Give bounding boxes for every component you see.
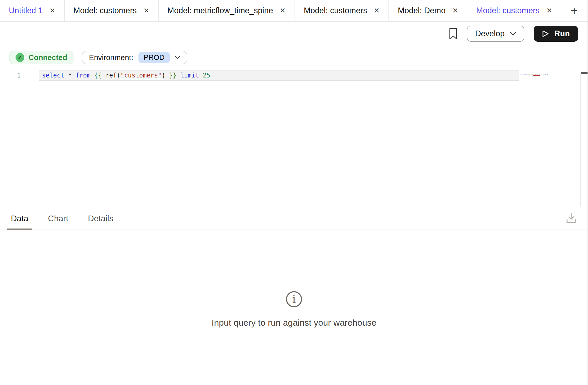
tab-label: Model: metricflow_time_spine [167,6,273,15]
minimap-divider [580,74,581,207]
results-panel: Data Chart Details i Input query to run … [0,207,588,385]
code-editor[interactable]: 1 select * from {{ ref("customers") }} l… [0,70,588,81]
code-line-content: select * from {{ ref("customers") }} lim… [21,70,210,81]
editor-toolbar: Develop Run [0,22,588,46]
environment-value-badge: PROD [138,52,170,63]
tab-untitled-1[interactable]: Untitled 1 ✕ [0,0,65,21]
code-token: }} [169,72,180,79]
minimap-token: from [525,74,528,75]
tab-model-customers-1[interactable]: Model: customers ✕ [65,0,159,21]
close-icon[interactable]: ✕ [546,7,552,14]
code-line-1[interactable]: 1 select * from {{ ref("customers") }} l… [0,70,588,81]
tab-label: Model: customers [304,6,367,15]
develop-button-label: Develop [475,29,505,38]
code-token: ) [161,72,169,79]
ide-window: Untitled 1 ✕ Model: customers ✕ Model: m… [0,0,588,385]
code-token-ref-link[interactable]: "customers" [120,72,161,79]
tab-model-metricflow-time-spine[interactable]: Model: metricflow_time_spine ✕ [159,0,295,21]
info-icon-glyph: i [292,294,296,305]
chevron-down-icon [175,56,180,59]
close-icon[interactable]: ✕ [143,7,149,14]
run-button-label: Run [554,29,570,38]
download-icon [565,212,577,224]
check-icon: ✓ [16,53,24,62]
close-icon[interactable]: ✕ [49,7,55,14]
minimap-token: select [520,74,524,75]
run-button[interactable]: Run [534,26,578,42]
bookmark-icon [449,28,458,40]
tab-model-customers-3[interactable]: Model: customers ✕ [467,0,561,21]
close-icon[interactable]: ✕ [452,7,458,14]
environment-selector[interactable]: Environment: PROD [82,51,187,64]
tab-details[interactable]: Details [84,207,117,230]
minimap-token: "customers" [533,74,540,75]
code-token: select [42,72,68,79]
empty-state-message: Input query to run against your warehous… [212,318,377,328]
window-right-edge [587,0,587,385]
close-icon[interactable]: ✕ [280,7,286,14]
close-icon[interactable]: ✕ [374,7,380,14]
code-token: limit [180,72,203,79]
connection-status-row: ✓ Connected Environment: PROD [9,51,588,64]
connected-status-label: Connected [28,53,67,62]
editor-minimap[interactable]: select * from {{ ref("customers") }} lim… [520,74,548,76]
connected-status-badge: ✓ Connected [9,51,74,64]
results-tab-bar: Data Chart Details [0,207,588,230]
minimap-token: {{ [528,74,530,75]
tab-data-label: Data [11,214,28,223]
tab-model-customers-2[interactable]: Model: customers ✕ [295,0,389,21]
environment-label: Environment: [89,53,133,62]
tab-details-label: Details [88,214,113,223]
empty-state: i Input query to run against your wareho… [0,291,588,328]
tab-label: Model: Demo [398,6,445,15]
download-button[interactable] [565,212,577,225]
bookmark-button[interactable] [449,28,458,40]
code-token: * [68,72,76,79]
tab-chart-label: Chart [48,214,68,223]
tab-chart[interactable]: Chart [45,207,72,230]
code-token: 25 [203,72,210,79]
minimap-token: 25 [547,74,548,75]
tab-label: Untitled 1 [9,6,43,15]
minimap-token: limit [543,74,546,75]
tab-label: Model: customers [476,6,540,15]
play-icon [542,30,549,38]
chevron-down-icon [510,32,516,35]
info-icon: i [286,291,302,307]
develop-button[interactable]: Develop [467,26,524,42]
tab-label: Model: customers [74,6,137,15]
plus-icon: + [571,4,578,18]
tab-data[interactable]: Data [7,207,32,230]
tab-model-demo[interactable]: Model: Demo ✕ [389,0,467,21]
new-tab-button[interactable]: + [561,0,587,21]
minimap-token: ref( [530,74,533,75]
code-editor-pane: ✓ Connected Environment: PROD 1 select *… [0,51,588,207]
code-token: from [76,72,94,79]
editor-tab-bar: Untitled 1 ✕ Model: customers ✕ Model: m… [0,0,588,22]
line-number: 1 [0,70,21,81]
code-token: ref( [106,72,121,79]
code-token: {{ [94,72,105,79]
